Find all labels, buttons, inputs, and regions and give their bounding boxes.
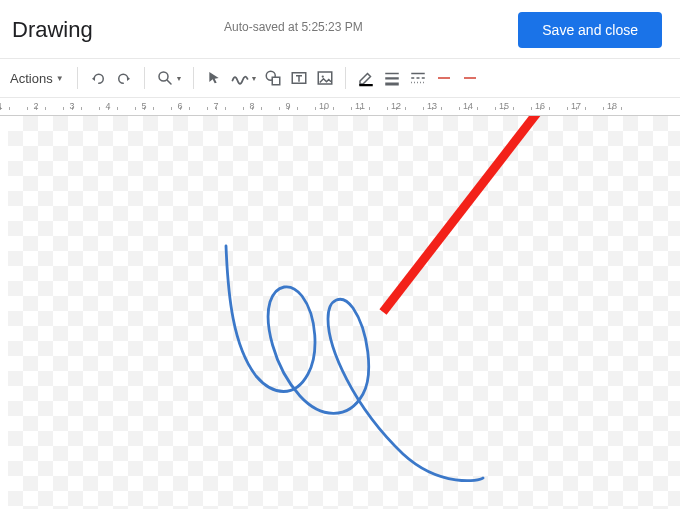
svg-line-1	[167, 80, 171, 84]
ruler-segment: 7	[198, 98, 234, 115]
line-weight-button[interactable]	[379, 65, 405, 91]
actions-menu-button[interactable]: Actions ▼	[4, 67, 70, 90]
annotation-arrow	[8, 116, 680, 509]
separator	[144, 67, 145, 89]
separator	[77, 67, 78, 89]
ruler-segment: 8	[234, 98, 270, 115]
svg-rect-9	[386, 77, 400, 79]
redo-button[interactable]	[111, 65, 137, 91]
dialog-title: Drawing	[12, 17, 93, 43]
svg-rect-10	[386, 83, 400, 86]
ruler-segment: 17	[558, 98, 594, 115]
line-end-button[interactable]	[457, 65, 483, 91]
ruler-segment: 6	[162, 98, 198, 115]
ruler-segment: 16	[522, 98, 558, 115]
ruler-segment: 18	[594, 98, 630, 115]
horizontal-ruler: 123456789101112131415161718	[0, 98, 680, 116]
svg-point-6	[322, 75, 324, 77]
ruler-segment: 4	[90, 98, 126, 115]
chevron-down-icon: ▼	[56, 74, 64, 83]
separator	[345, 67, 346, 89]
undo-button[interactable]	[85, 65, 111, 91]
ruler-segment: 2	[18, 98, 54, 115]
ruler-segment: 3	[54, 98, 90, 115]
scribble-drawing	[8, 116, 680, 509]
toolbar: Actions ▼ ▼ ▼	[0, 59, 680, 98]
svg-rect-3	[273, 77, 281, 85]
line-tool[interactable]	[227, 65, 253, 91]
textbox-tool[interactable]	[286, 65, 312, 91]
zoom-button[interactable]	[152, 65, 178, 91]
svg-line-16	[383, 116, 547, 312]
svg-rect-8	[386, 73, 400, 75]
line-dash-button[interactable]	[405, 65, 431, 91]
autosave-status: Auto-saved at 5:25:23 PM	[224, 20, 363, 34]
shape-tool[interactable]	[260, 65, 286, 91]
ruler-segment: 9	[270, 98, 306, 115]
ruler-segment: 14	[450, 98, 486, 115]
ruler-segment: 11	[342, 98, 378, 115]
separator	[193, 67, 194, 89]
line-start-button[interactable]	[431, 65, 457, 91]
ruler-segment: 13	[414, 98, 450, 115]
drawing-canvas[interactable]	[8, 116, 680, 509]
image-tool[interactable]	[312, 65, 338, 91]
ruler-segment: 5	[126, 98, 162, 115]
ruler-segment: 15	[486, 98, 522, 115]
svg-rect-7	[360, 84, 374, 86]
ruler-segment: 12	[378, 98, 414, 115]
line-color-button[interactable]	[353, 65, 379, 91]
ruler-segment: 1	[0, 98, 18, 115]
svg-point-0	[159, 72, 168, 81]
ruler-segment: 10	[306, 98, 342, 115]
select-tool[interactable]	[201, 65, 227, 91]
save-and-close-button[interactable]: Save and close	[518, 12, 662, 48]
dialog-header: Drawing Auto-saved at 5:25:23 PM Save an…	[0, 0, 680, 59]
actions-label: Actions	[10, 71, 53, 86]
